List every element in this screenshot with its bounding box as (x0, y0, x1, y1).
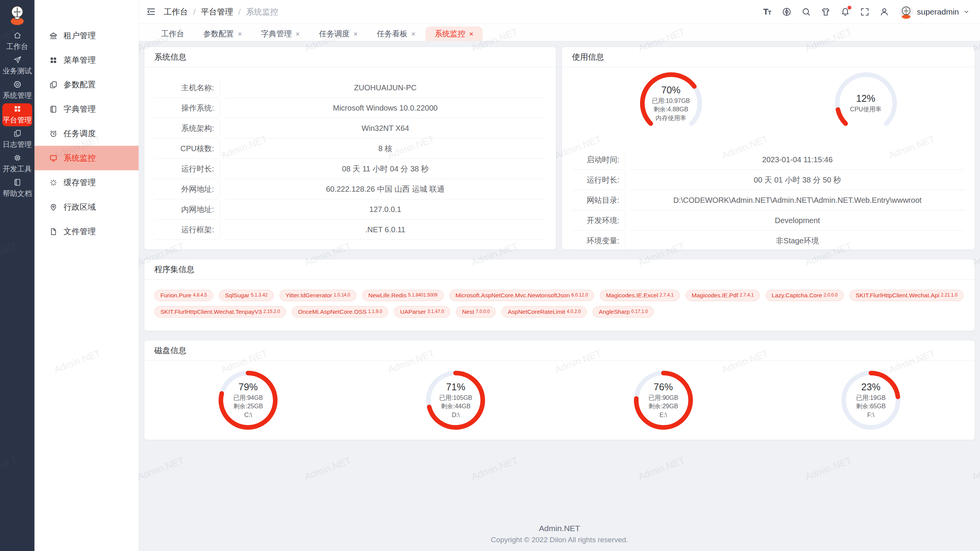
gauge-line: 已用:10.97GB (652, 97, 690, 105)
sidebar-item-grid[interactable]: 菜单管理 (34, 48, 139, 72)
assembly-tag[interactable]: OnceMi.AspNetCore.OSS1.1.9.0 (292, 306, 388, 318)
rail-item-chip[interactable]: 开发工具 (2, 152, 32, 175)
tab-item[interactable]: 任务看板× (368, 26, 425, 41)
rail-item-book[interactable]: 帮助文档 (2, 177, 32, 200)
sidebar-item-loading[interactable]: 缓存管理 (34, 170, 139, 195)
assembly-tag[interactable]: Furion.Pure4.8.4.5 (154, 290, 213, 301)
rail-item-label: 工作台 (7, 42, 28, 52)
chip-icon (13, 153, 22, 162)
info-label: 操作系统: (154, 98, 220, 118)
assembly-tag[interactable]: SqlSugar5.1.3.42 (219, 290, 274, 301)
breadcrumb-item[interactable]: 平台管理 (201, 7, 233, 17)
tab-item[interactable]: 任务调度× (310, 26, 367, 41)
logo-mascot-icon[interactable] (7, 4, 27, 26)
gauge-line: 剩余:65GB (856, 402, 885, 411)
tool-language[interactable] (781, 7, 792, 17)
sidebar-item-monitor[interactable]: 系统监控 (34, 146, 139, 170)
gauge-line: E:\ (660, 411, 667, 419)
info-value: Win32NT X64 (225, 118, 546, 139)
info-row: 内网地址: 127.0.0.1 (154, 199, 546, 220)
info-row: 运行时长: 08 天 11 小时 04 分 38 秒 (154, 159, 546, 179)
gauge-center: 70% 已用:10.97GB剩余:4.88GB内存使用率 (640, 72, 702, 135)
tool-notification[interactable] (840, 7, 850, 17)
assembly-tag[interactable]: AspNetCoreRateLimit4.0.2.0 (501, 306, 587, 318)
gauge: 79% 已用:94GB剩余:25GBC:\ (218, 370, 278, 430)
tab-label: 字典管理 (261, 29, 292, 39)
gauge-percent: 23% (861, 381, 880, 393)
gauge-center: 79% 已用:94GB剩余:25GBC:\ (218, 370, 278, 430)
assembly-tag[interactable]: Nest7.0.0.0 (456, 306, 496, 318)
assembly-tag[interactable]: Microsoft.AspNetCore.Mvc.NewtonsoftJson6… (449, 290, 594, 301)
rail-item-gear[interactable]: 系统管理 (2, 79, 32, 102)
page-footer: Admin.NET Copyright © 2022 Dilon All rig… (144, 524, 975, 551)
info-row: 运行时长: 00 天 01 小时 38 分 50 秒 (572, 170, 965, 190)
assembly-tag[interactable]: Lazy.Captcha.Core2.0.0.0 (766, 290, 844, 301)
collapse-menu-icon[interactable] (146, 7, 156, 17)
tab-close-icon[interactable]: × (469, 30, 473, 37)
rail-item-grid[interactable]: 平台管理 (2, 103, 32, 126)
tab-close-icon[interactable]: × (238, 30, 242, 37)
tool-theme[interactable] (820, 7, 831, 17)
tab-label: 系统监控 (434, 29, 465, 39)
tool-font-size[interactable]: TT (762, 7, 772, 17)
breadcrumb-item[interactable]: 工作台 (164, 7, 188, 17)
breadcrumb: 工作台/平台管理/系统监控 (164, 7, 278, 17)
assembly-name: Microsoft.AspNetCore.Mvc.NewtonsoftJson (456, 292, 570, 299)
gauge-percent: 12% (856, 93, 875, 104)
sidebar-item-book[interactable]: 字典管理 (34, 97, 139, 121)
gauge-line: 剩余:4.88GB (653, 105, 688, 114)
assembly-version: 6.0.12.0 (572, 292, 588, 298)
assembly-version: 0.17.1.0 (631, 309, 648, 314)
sidebar-item-copy[interactable]: 参数配置 (34, 72, 139, 97)
assembly-tag[interactable]: Magicodes.IE.Excel2.7.4.1 (600, 290, 680, 301)
rail-item-send[interactable]: 业务测试 (2, 54, 32, 77)
tool-search[interactable] (801, 7, 811, 17)
assembly-name: NewLife.Redis (368, 292, 407, 299)
assembly-name: Yitter.IdGenerator (286, 292, 332, 299)
assembly-tag[interactable]: SKIT.FlurlHttpClient.Wechat.Api2.21.1.0 (849, 290, 964, 301)
sub-sidebar: 租户管理菜单管理参数配置字典管理任务调度系统监控缓存管理行政区域文件管理 (34, 0, 139, 551)
assembly-tag[interactable]: SKIT.FlurlHttpClient.Wechat.TenpayV32.15… (154, 306, 286, 318)
rail-item-home[interactable]: 工作台 (2, 30, 32, 53)
tab-close-icon[interactable]: × (411, 30, 415, 37)
user-menu[interactable]: superadmin (899, 5, 970, 19)
sidebar-item-doc[interactable]: 文件管理 (34, 219, 139, 244)
gauge-line: 已用:19GB (856, 394, 885, 402)
tab-item[interactable]: 系统监控× (425, 26, 482, 41)
language-icon (782, 7, 792, 17)
font-size-icon: TT (763, 7, 771, 17)
breadcrumb-item: 系统监控 (246, 7, 278, 17)
tool-user[interactable] (879, 7, 889, 17)
tab-close-icon[interactable]: × (296, 30, 300, 37)
gauge-line: 剩余:29GB (648, 402, 678, 411)
assembly-tag[interactable]: UAParser3.1.47.0 (394, 306, 450, 318)
tool-fullscreen[interactable] (859, 7, 870, 17)
sidebar-item-label: 行政区域 (64, 202, 96, 212)
info-value: 8 核 (225, 139, 546, 159)
info-row: 启动时间: 2023-01-04 11:15:46 (572, 150, 965, 170)
sidebar-item-label: 字典管理 (64, 104, 96, 114)
rail-item-label: 业务测试 (3, 66, 32, 76)
sidebar-item-label: 菜单管理 (64, 55, 96, 65)
user-icon (879, 7, 889, 17)
copy-icon (13, 129, 22, 138)
assembly-tag[interactable]: NewLife.Redis5.1.8401.5009 (362, 290, 444, 301)
info-value: Microsoft Windows 10.0.22000 (225, 98, 546, 118)
assembly-tag[interactable]: Magicodes.IE.Pdf2.7.4.1 (686, 290, 760, 301)
assembly-name: UAParser (400, 308, 426, 315)
notification-badge (848, 6, 851, 10)
tab-item[interactable]: 参数配置× (194, 26, 251, 41)
assembly-tag[interactable]: AngleSharp0.17.1.0 (593, 306, 654, 318)
info-value: D:\CODEWORK\Admin.NET\Admin.NET\Admin.NE… (630, 190, 965, 210)
sidebar-item-bank[interactable]: 租户管理 (34, 23, 139, 48)
tab-item[interactable]: 字典管理× (252, 26, 309, 41)
tab-item[interactable]: 工作台 (152, 26, 193, 41)
assembly-tag[interactable]: Yitter.IdGenerator1.0.14.0 (279, 290, 356, 301)
sidebar-item-label: 文件管理 (64, 226, 96, 237)
rail-item-copy[interactable]: 日志管理 (2, 128, 32, 151)
rail-menu: 工作台业务测试系统管理平台管理日志管理开发工具帮助文档 (2, 30, 32, 201)
tab-close-icon[interactable]: × (353, 30, 358, 37)
info-value: 08 天 11 小时 04 分 38 秒 (225, 159, 546, 179)
sidebar-item-alarm[interactable]: 任务调度 (34, 121, 139, 146)
sidebar-item-location[interactable]: 行政区域 (34, 195, 139, 219)
